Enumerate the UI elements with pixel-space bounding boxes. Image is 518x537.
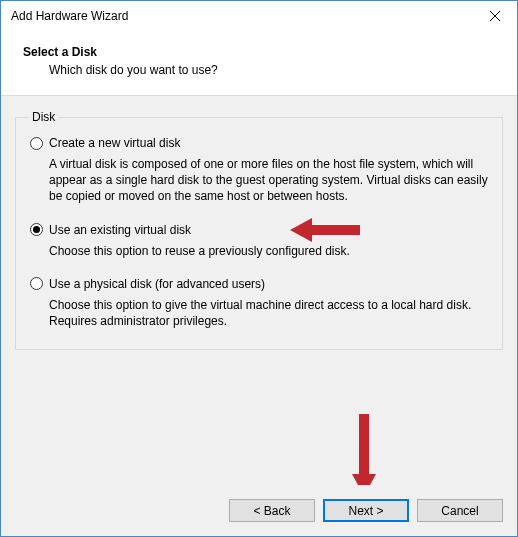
wizard-header: Select a Disk Which disk do you want to … (1, 31, 517, 95)
group-legend: Disk (28, 110, 59, 124)
annotation-arrow-left-icon (290, 215, 360, 245)
radio-physical-row[interactable]: Use a physical disk (for advanced users) (30, 277, 490, 291)
close-button[interactable] (472, 1, 517, 31)
radio-existing[interactable] (30, 223, 43, 236)
radio-physical-label: Use a physical disk (for advanced users) (49, 277, 265, 291)
option-existing: Use an existing virtual disk Choose this… (28, 223, 490, 259)
window-title: Add Hardware Wizard (11, 9, 472, 23)
svg-marker-2 (290, 218, 360, 242)
cancel-button[interactable]: Cancel (417, 499, 503, 522)
button-bar: < Back Next > Cancel (1, 485, 517, 536)
back-button[interactable]: < Back (229, 499, 315, 522)
option-create: Create a new virtual disk A virtual disk… (28, 136, 490, 205)
desc-physical: Choose this option to give the virtual m… (49, 297, 490, 329)
next-button[interactable]: Next > (323, 499, 409, 522)
radio-create-label: Create a new virtual disk (49, 136, 180, 150)
radio-create-row[interactable]: Create a new virtual disk (30, 136, 490, 150)
radio-physical[interactable] (30, 277, 43, 290)
radio-existing-label: Use an existing virtual disk (49, 223, 191, 237)
radio-create[interactable] (30, 137, 43, 150)
disk-group: Disk Create a new virtual disk A virtual… (15, 110, 503, 350)
desc-create: A virtual disk is composed of one or mor… (49, 156, 490, 205)
wizard-window: Add Hardware Wizard Select a Disk Which … (0, 0, 518, 537)
page-subtitle: Which disk do you want to use? (49, 63, 497, 77)
close-icon (490, 11, 500, 21)
desc-existing: Choose this option to reuse a previously… (49, 243, 490, 259)
radio-existing-row[interactable]: Use an existing virtual disk (30, 223, 490, 237)
titlebar: Add Hardware Wizard (1, 1, 517, 31)
content-area: Disk Create a new virtual disk A virtual… (1, 96, 517, 485)
option-physical: Use a physical disk (for advanced users)… (28, 277, 490, 329)
page-title: Select a Disk (23, 45, 497, 59)
